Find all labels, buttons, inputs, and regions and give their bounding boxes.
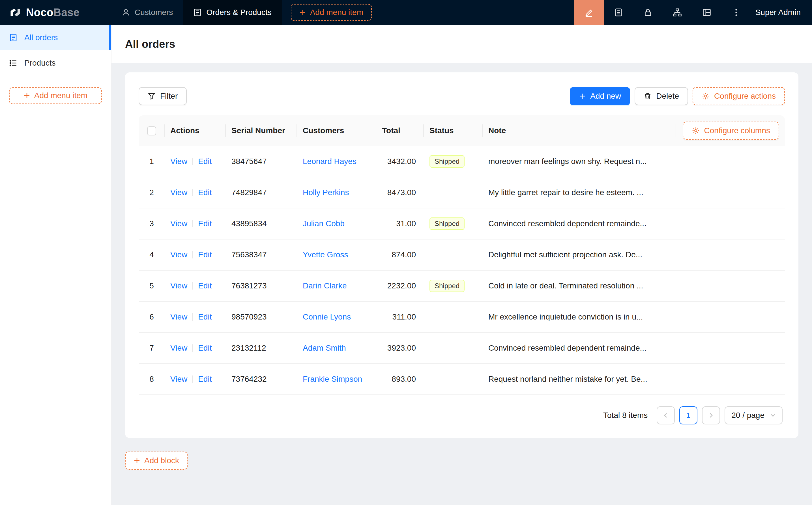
user-menu[interactable]: Super Admin [751, 8, 812, 17]
add-block-button[interactable]: Add block [125, 452, 187, 470]
top-navbar: NocoBase Customers Orders & Products [0, 0, 812, 25]
table-row: 4 ViewEdit 75638347 Yvette Gross 874.00 … [139, 239, 785, 270]
edit-link[interactable]: Edit [198, 157, 212, 166]
table-row: 3 ViewEdit 43895834 Julian Cobb 31.00 Sh… [139, 208, 785, 239]
customer-link[interactable]: Julian Cobb [303, 219, 345, 228]
sidebar-item-label: All orders [24, 33, 58, 42]
layout-button[interactable] [692, 0, 721, 25]
api-button[interactable] [663, 0, 692, 25]
customer-cell: Frankie Simpson [297, 364, 376, 395]
customer-cell: Connie Lyons [297, 301, 376, 333]
empty-cell [676, 239, 785, 270]
table-toolbar: Filter Add new [139, 87, 785, 105]
serial-number-cell: 74829847 [226, 177, 297, 208]
row-actions-cell: ViewEdit [165, 177, 226, 208]
edit-link[interactable]: Edit [198, 188, 212, 197]
table-header-row: Actions Serial Number Customers Total St… [139, 115, 785, 146]
view-link[interactable]: View [170, 375, 187, 383]
customer-link[interactable]: Leonard Hayes [303, 157, 357, 166]
row-actions-cell: ViewEdit [165, 208, 226, 239]
edit-link[interactable]: Edit [198, 219, 212, 228]
customer-link[interactable]: Holly Perkins [303, 188, 349, 197]
pagination-next-button[interactable] [702, 406, 720, 425]
edit-link[interactable]: Edit [198, 312, 212, 321]
column-header-serial-number: Serial Number [226, 115, 297, 146]
view-link[interactable]: View [170, 250, 187, 259]
sidebar-add-menu-item-button[interactable]: Add menu item [9, 87, 102, 104]
delete-button[interactable]: Delete [635, 87, 688, 105]
row-actions-cell: ViewEdit [165, 146, 226, 177]
filter-icon [148, 92, 156, 100]
lock-button[interactable] [633, 0, 663, 25]
action-divider [192, 282, 193, 290]
sidebar-item-products[interactable]: Products [0, 50, 111, 76]
orders-icon [193, 8, 202, 17]
row-index: 8 [139, 364, 165, 395]
gear-icon [702, 92, 709, 100]
view-link[interactable]: View [170, 344, 187, 352]
edit-link[interactable]: Edit [198, 375, 212, 383]
logo[interactable]: NocoBase [0, 0, 112, 25]
note-cell: moreover man feelings own shy. Request n… [483, 146, 676, 177]
pagination-page-1[interactable]: 1 [679, 406, 697, 425]
plus-icon [134, 457, 140, 464]
table-row: 1 ViewEdit 38475647 Leonard Hayes 3432.0… [139, 146, 785, 177]
status-cell [424, 301, 483, 333]
pagination-total: Total 8 items [603, 411, 648, 420]
empty-cell [676, 208, 785, 239]
edit-link[interactable]: Edit [198, 344, 212, 352]
view-link[interactable]: View [170, 219, 187, 228]
customer-link[interactable]: Connie Lyons [303, 312, 351, 321]
status-cell [424, 364, 483, 395]
action-divider [192, 251, 193, 259]
table-row: 5 ViewEdit 76381273 Darin Clarke 2232.00… [139, 270, 785, 301]
filter-button[interactable]: Filter [139, 87, 187, 105]
sidebar: All orders Products Add menu item [0, 25, 112, 505]
nav-item-orders-products[interactable]: Orders & Products [183, 0, 281, 25]
pagination-prev-button[interactable] [657, 406, 675, 425]
select-all-checkbox[interactable] [147, 126, 156, 136]
users-icon [122, 8, 130, 17]
configure-columns-button[interactable]: Configure columns [683, 122, 779, 140]
customer-link[interactable]: Adam Smith [303, 344, 346, 352]
view-link[interactable]: View [170, 188, 187, 197]
note-cell: My little garret repair to desire he est… [483, 177, 676, 208]
table-row: 8 ViewEdit 73764232 Frankie Simpson 893.… [139, 364, 785, 395]
more-button[interactable] [721, 0, 751, 25]
layout-icon [702, 8, 711, 17]
note-cell: Delightful met sufficient projection ask… [483, 239, 676, 270]
document-icon [614, 8, 623, 17]
customer-link[interactable]: Yvette Gross [303, 250, 348, 259]
edit-link[interactable]: Edit [198, 250, 212, 259]
status-cell: Shipped [424, 208, 483, 239]
logo-base: Base [53, 6, 80, 18]
nav-item-customers[interactable]: Customers [112, 0, 183, 25]
page-header: All orders [112, 25, 812, 63]
edit-link[interactable]: Edit [198, 281, 212, 290]
configure-actions-button[interactable]: Configure actions [693, 87, 785, 105]
customer-link[interactable]: Frankie Simpson [303, 375, 362, 383]
row-index: 5 [139, 270, 165, 301]
plus-icon [23, 92, 30, 99]
view-link[interactable]: View [170, 312, 187, 321]
app-window: NocoBase Customers Orders & Products [0, 0, 812, 505]
navbar-add-menu-item-button[interactable]: Add menu item [291, 4, 372, 21]
total-cell: 874.00 [376, 239, 424, 270]
page-size-select[interactable]: 20 / page [724, 406, 783, 425]
sidebar-item-all-orders[interactable]: All orders [0, 25, 111, 50]
note-cell: Convinced resembled dependent remainde..… [483, 208, 676, 239]
row-index: 2 [139, 177, 165, 208]
add-new-button[interactable]: Add new [570, 87, 630, 105]
customer-link[interactable]: Darin Clarke [303, 281, 347, 290]
total-cell: 3923.00 [376, 333, 424, 364]
page-title: All orders [125, 38, 175, 50]
column-header-status: Status [424, 115, 483, 146]
empty-cell [676, 146, 785, 177]
ui-editor-button[interactable] [574, 0, 604, 25]
serial-number-cell: 43895834 [226, 208, 297, 239]
row-actions-cell: ViewEdit [165, 301, 226, 333]
view-link[interactable]: View [170, 281, 187, 290]
document-button[interactable] [604, 0, 633, 25]
view-link[interactable]: View [170, 157, 187, 166]
plus-icon [579, 93, 586, 100]
